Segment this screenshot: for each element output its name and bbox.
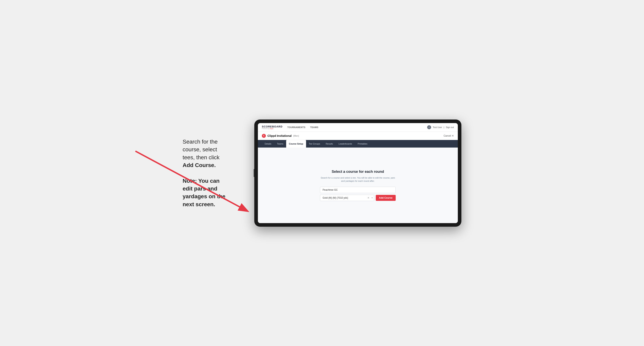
tournament-icon: C <box>262 134 266 138</box>
note-line3: yardages on the <box>182 193 226 199</box>
instruction-line3: tees, then click <box>182 154 220 161</box>
sign-out-link[interactable]: Sign out <box>446 126 454 129</box>
clear-icon[interactable]: ✕ <box>368 196 370 199</box>
tablet-screen: SCOREBOARD Powered by clippd TOURNAMENTS… <box>258 123 458 223</box>
form-title: Select a course for each round <box>320 170 396 174</box>
tablet-device: SCOREBOARD Powered by clippd TOURNAMENTS… <box>254 120 462 227</box>
tab-details[interactable]: Details <box>262 140 274 148</box>
top-nav-links: TOURNAMENTS TEAMS <box>287 126 318 129</box>
tee-select[interactable]: Gold (M) (M) (7010 yds) <box>320 195 374 201</box>
cancel-button[interactable]: Cancel ✕ <box>444 134 454 137</box>
powered-by: Powered by clippd <box>262 128 282 129</box>
tournament-header: C Clippd Invitational (Men) Cancel ✕ <box>258 132 458 140</box>
instruction-bold: Add Course. <box>182 162 216 168</box>
add-course-button[interactable]: Add Course <box>376 195 396 201</box>
tab-printables[interactable]: Printables <box>355 140 370 148</box>
tablet-side-button <box>254 169 254 177</box>
sub-nav: Details Teams Course Setup Tee Groups Re… <box>258 140 458 148</box>
note-line1: Note: You can <box>182 178 220 184</box>
tournament-title: C Clippd Invitational (Men) <box>262 134 299 138</box>
tournament-name: Clippd Invitational <box>268 134 292 137</box>
top-nav-right: T Test User | Sign out <box>427 125 454 129</box>
brand-name: SCOREBOARD <box>262 125 282 128</box>
cancel-label: Cancel <box>444 134 451 137</box>
nav-teams[interactable]: TEAMS <box>310 126 318 129</box>
instruction-line2: course, select <box>182 146 217 153</box>
instruction-panel: Search for the course, select tees, then… <box>182 138 242 208</box>
nav-tournaments[interactable]: TOURNAMENTS <box>287 126 306 129</box>
top-nav: SCOREBOARD Powered by clippd TOURNAMENTS… <box>258 123 458 132</box>
tee-select-wrapper: Gold (M) (M) (7010 yds) ✕ ▾ <box>320 195 374 201</box>
note-line4: next screen. <box>182 201 215 207</box>
user-name: Test User <box>433 126 442 129</box>
tee-select-row: Gold (M) (M) (7010 yds) ✕ ▾ Add Course <box>320 195 396 201</box>
tab-course-setup[interactable]: Course Setup <box>286 140 306 148</box>
brand-logo: SCOREBOARD Powered by clippd <box>262 125 282 129</box>
note-line2: edit pars and <box>182 185 217 192</box>
cancel-icon: ✕ <box>452 134 454 137</box>
chevron-down-icon: ▾ <box>372 197 372 199</box>
tab-tee-groups[interactable]: Tee Groups <box>306 140 323 148</box>
form-subtitle: Search for a course and select a tee. Yo… <box>320 176 396 183</box>
nav-separator: | <box>444 126 444 129</box>
tab-results[interactable]: Results <box>323 140 336 148</box>
tournament-badge: (Men) <box>293 135 299 137</box>
instruction-line1: Search for the <box>182 139 218 145</box>
tab-leaderboards[interactable]: Leaderboards <box>336 140 355 148</box>
tab-teams[interactable]: Teams <box>274 140 286 148</box>
course-search-input[interactable] <box>320 187 396 193</box>
course-form-card: Select a course for each round Search fo… <box>320 170 396 201</box>
user-avatar: T <box>427 125 431 129</box>
main-content: Select a course for each round Search fo… <box>258 148 458 223</box>
